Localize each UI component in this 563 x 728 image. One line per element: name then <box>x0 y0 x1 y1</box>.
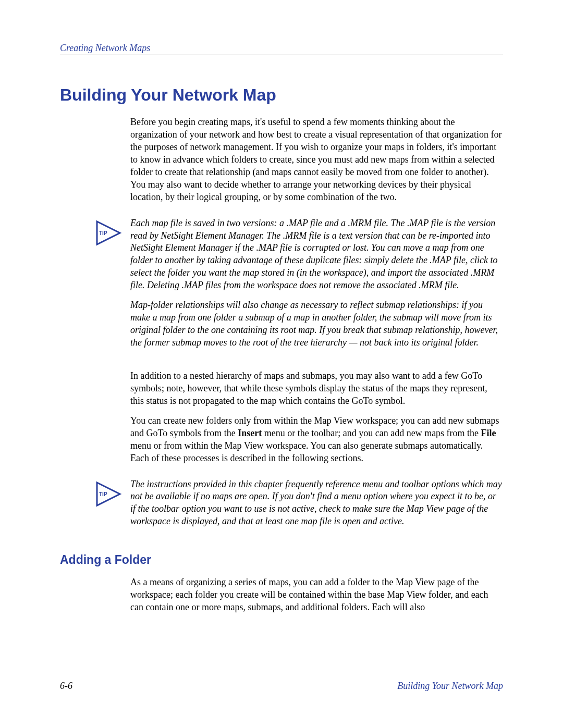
mid-block: In addition to a nested hierarchy of map… <box>130 370 503 465</box>
page-header: Creating Network Maps <box>60 43 503 55</box>
page-number: 6-6 <box>60 681 72 692</box>
mid-p2-mid: menu or the toolbar; and you can add new… <box>262 428 481 438</box>
subsection-paragraph-1: As a means of organizing a series of map… <box>130 576 503 614</box>
tip-label: TIP <box>99 491 107 497</box>
tip-text-1: Each map file is saved in two versions: … <box>130 217 503 356</box>
tip1-paragraph-2: Map-folder relationships will also chang… <box>130 299 503 349</box>
mid-p2-bold2: File <box>481 428 496 438</box>
tip-icon: TIP <box>94 217 130 248</box>
mid-p2-post: menu or from within the Map View workspa… <box>130 440 483 463</box>
intro-block: Before you begin creating maps, it's use… <box>130 116 503 204</box>
footer-section: Building Your Network Map <box>397 681 503 692</box>
page: Creating Network Maps Building Your Netw… <box>0 0 563 728</box>
page-footer: 6-6 Building Your Network Map <box>60 681 503 692</box>
subsection-title: Adding a Folder <box>60 553 503 567</box>
tip-label: TIP <box>99 230 107 236</box>
tip-text-2: The instructions provided in this chapte… <box>130 478 503 536</box>
tip2-paragraph-1: The instructions provided in this chapte… <box>130 478 503 528</box>
intro-paragraph: Before you begin creating maps, it's use… <box>130 116 503 204</box>
subsection-body: As a means of organizing a series of map… <box>130 576 503 614</box>
mid-paragraph-1: In addition to a nested hierarchy of map… <box>130 370 503 408</box>
mid-p2-bold1: Insert <box>238 428 262 438</box>
tip-block-2: TIP The instructions provided in this ch… <box>94 478 503 536</box>
tip1-paragraph-1: Each map file is saved in two versions: … <box>130 217 503 292</box>
mid-paragraph-2: You can create new folders only from wit… <box>130 415 503 465</box>
section-title: Building Your Network Map <box>60 85 503 105</box>
tip-icon: TIP <box>94 478 130 509</box>
tip-block-1: TIP Each map file is saved in two versio… <box>94 217 503 356</box>
breadcrumb: Creating Network Maps <box>60 43 150 53</box>
